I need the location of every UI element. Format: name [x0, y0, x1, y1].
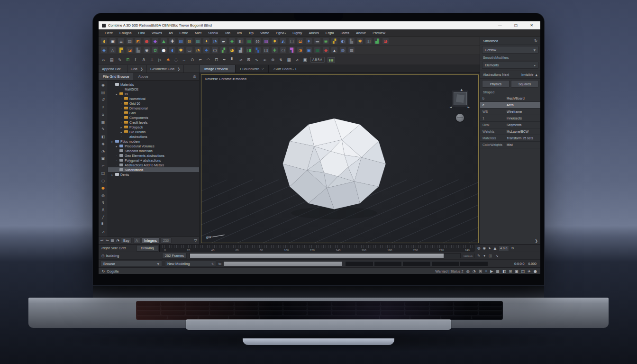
tree-item[interactable]: ▸ ID	[108, 91, 199, 96]
tool-strip-icon[interactable]: ↺	[101, 97, 105, 103]
toolbar-icon[interactable]: ◌	[173, 57, 179, 63]
footer-chip-button[interactable]: A	[133, 237, 140, 244]
tree-item[interactable]: ▸ Procedural Volumes	[108, 144, 199, 148]
toolbar-icon[interactable]: ◭	[280, 38, 286, 44]
expand-arrow-icon[interactable]: ·	[120, 121, 123, 124]
status-icon[interactable]: ▦	[496, 269, 500, 274]
viewport-3d[interactable]: Reverse Chrome # moded	[201, 74, 479, 243]
time-cell[interactable]	[402, 261, 431, 266]
toolbar-icon[interactable]: ◪	[127, 47, 133, 53]
toolbar-icon[interactable]: ♦	[306, 38, 312, 44]
toolbar-icon[interactable]: ✱	[357, 38, 363, 44]
toolbar-icon[interactable]: ◅	[238, 57, 243, 63]
toolbar-icon[interactable]: ▚	[255, 47, 261, 53]
toolbar-icon[interactable]: ⊿	[294, 57, 300, 63]
footer-icon[interactable]: ◔	[116, 238, 119, 243]
tree-item[interactable]: ▸ Blo Brokhn	[108, 129, 199, 134]
menu-item[interactable]: Above	[353, 31, 369, 35]
expand-arrow-icon[interactable]: ▸	[120, 130, 123, 134]
expand-arrow-icon[interactable]: ·	[115, 154, 118, 157]
menu-item[interactable]: Errne	[176, 31, 191, 35]
tree-item[interactable]: ▸ Pbbs modern	[108, 139, 199, 144]
tool-strip-icon[interactable]: ◉	[101, 82, 105, 88]
property-row[interactable]: 1 Innersects	[480, 115, 540, 122]
tool-strip-icon[interactable]: ◔	[101, 148, 105, 155]
expand-arrow-icon[interactable]: ▸	[111, 173, 114, 176]
maximize-button[interactable]: ▢	[514, 23, 518, 27]
footer-icon[interactable]: ↪	[106, 238, 109, 243]
expand-arrow-icon[interactable]: ·	[120, 107, 123, 109]
tool-strip-icon[interactable]: ◫	[101, 170, 105, 176]
toolbar-icon[interactable]: ♠	[203, 47, 209, 53]
expand-arrow-icon[interactable]: ▸	[120, 126, 123, 129]
expand-arrow-icon[interactable]: ·	[120, 116, 123, 119]
status-icon[interactable]: ●	[534, 269, 537, 274]
status-icon[interactable]: ▶	[490, 269, 493, 274]
property-row[interactable]: e Aera	[480, 102, 540, 109]
status-icon[interactable]: ⊞	[509, 269, 512, 274]
tool-strip-icon[interactable]: ⊿	[101, 229, 105, 235]
toolbar-icon[interactable]: ⊥	[149, 57, 155, 63]
toolbar-mini-widget[interactable]: ▮▮▮	[328, 57, 335, 63]
property-row[interactable]: Materials Transform 25 sets	[480, 135, 540, 142]
refresh-icon[interactable]: ◎	[193, 74, 196, 79]
viewport-tab[interactable]: Image Preview	[200, 65, 236, 73]
minimize-button[interactable]: —	[498, 23, 502, 27]
viewcube-up-arrow[interactable]: ▲	[460, 88, 463, 91]
chevron-right-icon[interactable]: ❯	[140, 67, 143, 71]
filter-icon[interactable]: ▽	[194, 238, 197, 243]
toolbar-icon[interactable]: ▩	[314, 47, 320, 53]
toolbar-icon[interactable]: ◈	[101, 47, 107, 53]
toolbar-icon[interactable]: ◬	[109, 47, 116, 53]
toolbar-icon[interactable]: ▟	[237, 47, 244, 53]
toolbar-icon[interactable]: ⌐	[198, 57, 203, 63]
menu-item[interactable]: Ognty	[289, 31, 305, 35]
tool-strip-icon[interactable]: ▣	[101, 155, 105, 162]
toolbar-icon[interactable]: ▙	[348, 38, 355, 44]
menu-item[interactable]: Stonik	[205, 31, 221, 35]
toolbar-icon[interactable]: ▟	[374, 38, 380, 44]
property-row[interactable]: Oval Segments	[480, 122, 540, 128]
toolbar-icon[interactable]: ▜	[289, 47, 295, 53]
toolbar-icon[interactable]: ◐	[340, 38, 346, 44]
tree-item[interactable]: · abstractions	[108, 134, 199, 139]
toolbar-icon[interactable]: ▣	[306, 47, 312, 53]
toolbar-icon[interactable]: ◆	[152, 38, 158, 44]
viewport-tab[interactable]: FBounnxbth ?	[236, 65, 269, 73]
property-row[interactable]: Weights McLayne/BCW	[480, 128, 540, 135]
toolbar-icon[interactable]: ▬	[314, 38, 320, 44]
time-cell[interactable]	[431, 261, 460, 266]
status-icon[interactable]: ⌘	[479, 269, 482, 274]
toolbar-icon[interactable]: ◖	[101, 38, 107, 44]
time-ruler[interactable]: 020406080100120140160180200220240	[159, 245, 474, 252]
menu-item[interactable]: Ergta	[322, 31, 337, 35]
toolbar-icon[interactable]: ⊕	[144, 47, 150, 53]
tree-item[interactable]: · Grid 50	[108, 101, 199, 106]
tree-item[interactable]: Materials	[108, 82, 199, 87]
tree-item[interactable]: ▸ Dents	[108, 172, 199, 177]
tree-item[interactable]: · Isometrical	[108, 96, 199, 101]
footer-chip-button[interactable]: Integers	[142, 237, 159, 244]
track-tool-icon[interactable]: ↘	[495, 254, 498, 258]
viewcube[interactable]	[454, 92, 467, 105]
toolbar-icon[interactable]: ◧	[237, 38, 244, 44]
toolbar-icon[interactable]: ✱	[165, 57, 171, 63]
viewport-label[interactable]: Reverse Chrome # moded	[205, 77, 246, 81]
menu-item[interactable]: PgrvG	[273, 31, 289, 35]
viewcube-left-arrow[interactable]: ◄	[449, 105, 452, 109]
toolbar-icon[interactable]: ▰	[220, 38, 227, 44]
tool-strip-icon[interactable]: ○	[101, 178, 105, 184]
panel-button[interactable]: Squares	[511, 80, 538, 88]
toolbar-icon[interactable]: ∿	[254, 57, 259, 63]
expand-arrow-icon[interactable]: ▸	[115, 145, 118, 148]
tree-item[interactable]: · Polygonal + abstractions	[108, 158, 199, 163]
status-icon[interactable]: ▣	[515, 269, 519, 274]
toolbar-icon[interactable]: ●	[144, 38, 150, 44]
tree-item[interactable]: · Credit levels	[108, 120, 199, 125]
toolbar-icon[interactable]: ◎	[255, 38, 261, 44]
panel-button[interactable]: Physics	[482, 80, 510, 88]
tree-item[interactable]: Mat05CE	[108, 87, 199, 91]
refresh-icon[interactable]: ↻	[534, 39, 537, 43]
menu-item[interactable]: Tan	[221, 31, 234, 35]
toolbar-icon[interactable]: ▣	[109, 38, 116, 44]
